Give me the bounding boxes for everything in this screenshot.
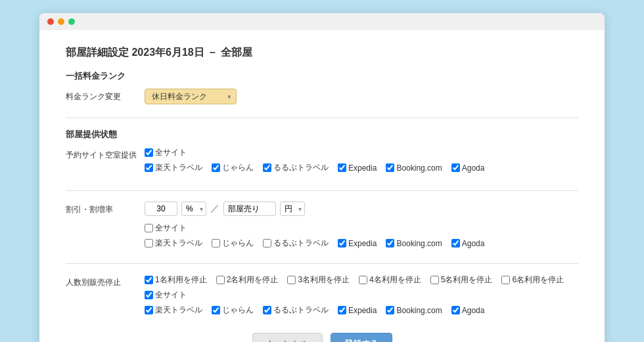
rurubu-label: るるぶトラベル — [273, 162, 329, 173]
ps-rakuten-checkbox[interactable] — [145, 306, 153, 314]
ps-rakuten-checkbox-item: 楽天トラベル — [145, 305, 202, 316]
discount-agoda-label: Agoda — [462, 239, 485, 248]
rurubu-checkbox[interactable] — [263, 163, 271, 172]
ps-agoda-checkbox[interactable] — [451, 306, 460, 314]
stop-4-label: 4名利用を停止 — [369, 274, 421, 286]
person-stop-all-sites-checkbox-item: 全サイト — [145, 289, 187, 301]
stop-5-label: 5名利用を停止 — [441, 274, 493, 286]
stop-5-checkbox[interactable] — [430, 276, 439, 284]
discount-all-sites-checkbox-item: 全サイト — [145, 223, 187, 234]
discount-rakuten-checkbox[interactable] — [145, 239, 153, 247]
ps-agoda-checkbox-item: Agoda — [451, 306, 485, 315]
ps-expedia-label: Expedia — [348, 306, 377, 315]
rakuten-checkbox-item: 楽天トラベル — [145, 162, 202, 173]
rakuten-checkbox[interactable] — [145, 163, 153, 172]
stop-6-label: 6名利用を停止 — [512, 274, 564, 286]
ps-booking-checkbox[interactable] — [386, 306, 394, 314]
yen-select[interactable]: 円 % — [280, 202, 305, 216]
room-availability-title: 部屋提供状態 — [66, 129, 578, 140]
all-sites-checkbox-item: 全サイト — [145, 147, 187, 158]
all-sites-label: 全サイト — [155, 147, 187, 158]
stop-4-checkbox[interactable] — [359, 276, 367, 284]
discount-all-sites-checkbox[interactable] — [145, 224, 153, 232]
ps-booking-checkbox-item: Booking.com — [386, 306, 442, 315]
slash-symbol: ／ — [210, 203, 219, 215]
stop-6-checkbox-item: 6名利用を停止 — [501, 274, 564, 286]
bulk-rate-rank-section: 一括料金ランク 料金ランク変更 休日料金ランク 平日料金ランク 特別料金ランク — [66, 70, 578, 104]
discount-formula-row: % 円 ／ 円 % — [145, 202, 578, 216]
jalan-label: じゃらん — [222, 162, 254, 173]
discount-booking-checkbox[interactable] — [386, 239, 394, 247]
stop-1-checkbox-item: 1名利用を停止 — [145, 274, 207, 286]
ps-rurubu-checkbox-item: るるぶトラベル — [263, 305, 329, 316]
rate-rank-select[interactable]: 休日料金ランク 平日料金ランク 特別料金ランク — [145, 89, 237, 104]
stop-2-checkbox-item: 2名利用を停止 — [216, 274, 279, 286]
ps-jalan-checkbox[interactable] — [212, 306, 220, 314]
rate-rank-label: 料金ランク変更 — [66, 89, 145, 102]
booking-label: Booking.com — [396, 163, 442, 173]
discount-rurubu-checkbox[interactable] — [263, 239, 271, 247]
discount-jalan-label: じゃらん — [222, 238, 254, 249]
stop-3-checkbox[interactable] — [287, 276, 296, 284]
discount-rakuten-label: 楽天トラベル — [155, 238, 202, 249]
room-availability-section: 部屋提供状態 予約サイト空室提供 全サイト — [66, 129, 578, 177]
person-stop-sites-row: 楽天トラベル じゃらん るるぶトラベル — [145, 305, 578, 316]
divider-1 — [66, 118, 578, 118]
discount-agoda-checkbox[interactable] — [451, 239, 460, 247]
discount-all-sites-label: 全サイト — [155, 223, 187, 234]
ps-jalan-checkbox-item: じゃらん — [212, 305, 254, 316]
ps-rurubu-checkbox[interactable] — [263, 306, 271, 314]
discount-expedia-checkbox-item: Expedia — [338, 239, 377, 248]
page-title: 部屋詳細設定 2023年6月18日 － 全部屋 — [66, 46, 578, 60]
divider-2 — [66, 190, 578, 191]
discount-jalan-checkbox[interactable] — [212, 239, 220, 247]
rakuten-label: 楽天トラベル — [155, 162, 202, 173]
yen-select-wrapper: 円 % — [280, 202, 305, 216]
discount-row: 割引・割増率 % 円 ／ — [66, 202, 578, 253]
discount-value-input[interactable] — [145, 202, 177, 216]
rate-rank-row: 料金ランク変更 休日料金ランク 平日料金ランク 特別料金ランク — [66, 89, 578, 104]
agoda-checkbox[interactable] — [451, 163, 460, 172]
ps-agoda-label: Agoda — [462, 306, 485, 315]
unit-select[interactable]: % 円 — [181, 202, 206, 216]
stop-1-checkbox[interactable] — [145, 276, 153, 284]
cancel-button[interactable]: キャンセル — [252, 333, 323, 342]
booking-checkbox[interactable] — [386, 163, 394, 172]
discount-all-sites-row: 全サイト — [145, 223, 578, 234]
rate-rank-field: 休日料金ランク 平日料金ランク 特別料金ランク — [145, 89, 578, 104]
ps-booking-label: Booking.com — [396, 306, 442, 315]
bulk-rate-rank-title: 一括料金ランク — [66, 70, 578, 82]
discount-agoda-checkbox-item: Agoda — [451, 239, 485, 248]
discount-expedia-label: Expedia — [348, 239, 377, 248]
rate-rank-select-wrapper: 休日料金ランク 平日料金ランク 特別料金ランク — [145, 89, 237, 104]
ps-rurubu-label: るるぶトラベル — [273, 305, 329, 316]
stop-3-label: 3名利用を停止 — [298, 274, 350, 286]
ps-expedia-checkbox[interactable] — [338, 306, 346, 314]
expedia-checkbox[interactable] — [338, 163, 346, 172]
booking-site-field: 全サイト 楽天トラベル じゃらん — [145, 147, 578, 177]
person-stop-row: 人数別販売停止 1名利用を停止 2名利用を停止 — [66, 274, 578, 320]
room-sell-input[interactable] — [223, 202, 276, 216]
discount-booking-label: Booking.com — [396, 239, 442, 248]
discount-field: % 円 ／ 円 % — [145, 202, 578, 253]
person-stop-numbers-row: 1名利用を停止 2名利用を停止 3名利用を停止 — [145, 274, 578, 286]
button-row: キャンセル 登録する — [66, 333, 578, 342]
register-button[interactable]: 登録する — [331, 333, 392, 342]
discount-rakuten-checkbox-item: 楽天トラベル — [145, 238, 202, 249]
all-sites-checkbox[interactable] — [145, 148, 153, 157]
stop-5-checkbox-item: 5名利用を停止 — [430, 274, 493, 286]
ps-jalan-label: じゃらん — [222, 305, 254, 316]
jalan-checkbox[interactable] — [212, 163, 220, 172]
person-stop-all-sites-checkbox[interactable] — [145, 291, 153, 299]
all-sites-row: 全サイト — [145, 147, 578, 158]
stop-4-checkbox-item: 4名利用を停止 — [359, 274, 421, 286]
stop-2-checkbox[interactable] — [216, 276, 225, 284]
expedia-checkbox-item: Expedia — [338, 163, 377, 173]
discount-expedia-checkbox[interactable] — [338, 239, 346, 247]
discount-label: 割引・割増率 — [66, 202, 145, 215]
unit-select-wrapper: % 円 — [181, 202, 206, 216]
stop-6-checkbox[interactable] — [501, 276, 510, 284]
expedia-label: Expedia — [348, 163, 377, 173]
discount-jalan-checkbox-item: じゃらん — [212, 238, 254, 249]
stop-3-checkbox-item: 3名利用を停止 — [287, 274, 350, 286]
